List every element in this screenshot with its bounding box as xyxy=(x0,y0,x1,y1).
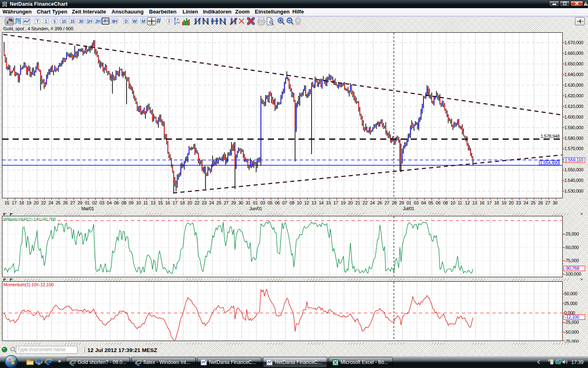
svg-text:#: # xyxy=(177,17,179,22)
